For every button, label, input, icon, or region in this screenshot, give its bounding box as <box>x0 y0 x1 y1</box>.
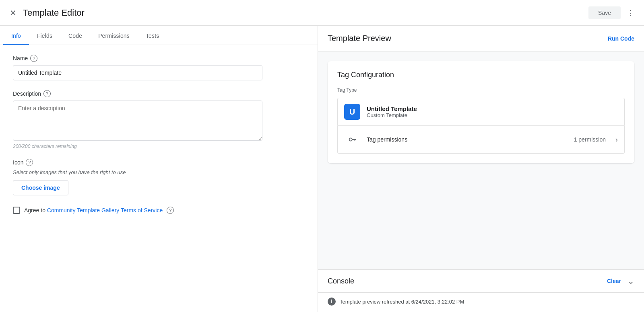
description-label: Description ? <box>13 90 305 97</box>
tos-checkbox[interactable] <box>13 207 20 214</box>
right-panel: Template Preview Run Code Tag Configurat… <box>318 26 644 312</box>
tab-tests[interactable]: Tests <box>138 28 167 45</box>
description-textarea[interactable] <box>13 101 262 141</box>
console-section: Console Clear ⌄ i Template preview refre… <box>318 269 644 312</box>
app-header: ✕ Template Editor Save ⋮ <box>0 0 644 26</box>
permissions-count: 1 permission <box>574 136 606 143</box>
close-icon: ✕ <box>10 8 17 18</box>
tab-info[interactable]: Info <box>3 28 29 45</box>
more-icon: ⋮ <box>627 8 634 17</box>
tos-help-icon[interactable]: ? <box>167 207 174 214</box>
close-button[interactable]: ✕ <box>6 5 20 21</box>
icon-help-icon[interactable]: ? <box>26 159 33 166</box>
tag-type-label: Tag Type <box>337 87 625 93</box>
tab-code[interactable]: Code <box>60 28 90 45</box>
clear-button[interactable]: Clear <box>607 278 621 284</box>
page-title: Template Editor <box>23 8 85 18</box>
tag-config-title: Tag Configuration <box>337 71 625 79</box>
tag-type-info: Untitled Template Custom Template <box>367 105 417 118</box>
tos-label: Agree to Community Template Gallery Term… <box>24 207 163 213</box>
name-input[interactable] <box>13 65 262 80</box>
choose-image-button[interactable]: Choose image <box>13 180 68 195</box>
name-label: Name ? <box>13 55 305 62</box>
preview-header: Template Preview Run Code <box>318 26 644 51</box>
tos-row: Agree to Community Template Gallery Term… <box>13 207 305 214</box>
permissions-label: Tag permissions <box>367 136 568 143</box>
more-options-button[interactable]: ⋮ <box>624 5 638 21</box>
console-header[interactable]: Console Clear ⌄ <box>318 270 644 292</box>
expand-icon[interactable]: ⌄ <box>627 276 634 286</box>
tab-permissions[interactable]: Permissions <box>90 28 138 45</box>
tos-link[interactable]: Community Template Gallery Terms of Serv… <box>47 207 163 213</box>
console-body: i Template preview refreshed at 6/24/202… <box>318 292 644 312</box>
chevron-right-icon: › <box>615 135 618 144</box>
tag-icon: U <box>344 104 360 120</box>
left-panel: Info Fields Code Permissions Tests Name … <box>0 26 318 312</box>
svg-point-0 <box>349 138 352 141</box>
description-help-icon[interactable]: ? <box>43 90 51 97</box>
console-actions: Clear ⌄ <box>607 276 634 286</box>
tab-fields[interactable]: Fields <box>29 28 60 45</box>
preview-area: Tag Configuration Tag Type U Untitled Te… <box>318 51 644 269</box>
tag-type-name: Untitled Template <box>367 105 417 112</box>
preview-title: Template Preview <box>328 34 391 43</box>
icon-hint: Select only images that you have the rig… <box>13 169 305 175</box>
tag-type-sub: Custom Template <box>367 112 417 118</box>
name-help-icon[interactable]: ? <box>30 55 37 62</box>
run-code-button[interactable]: Run Code <box>608 32 634 45</box>
main-layout: Info Fields Code Permissions Tests Name … <box>0 26 644 312</box>
info-icon: i <box>328 298 336 306</box>
tab-bar: Info Fields Code Permissions Tests <box>0 26 318 45</box>
console-log-row: i Template preview refreshed at 6/24/202… <box>328 298 634 306</box>
console-log-text: Template preview refreshed at 6/24/2021,… <box>340 299 464 305</box>
header-actions: Save ⋮ <box>588 5 638 21</box>
icon-label: Icon ? <box>13 159 305 166</box>
tag-type-row: U Untitled Template Custom Template <box>337 98 625 126</box>
left-content: Name ? Description ? 200/200 characters … <box>0 45 318 312</box>
save-button[interactable]: Save <box>588 6 621 19</box>
console-title: Console <box>328 277 354 285</box>
tag-permissions-row[interactable]: Tag permissions 1 permission › <box>337 126 625 154</box>
char-count: 200/200 characters remaining <box>13 144 305 149</box>
tag-config-card: Tag Configuration Tag Type U Untitled Te… <box>328 61 634 163</box>
key-icon <box>344 131 360 148</box>
